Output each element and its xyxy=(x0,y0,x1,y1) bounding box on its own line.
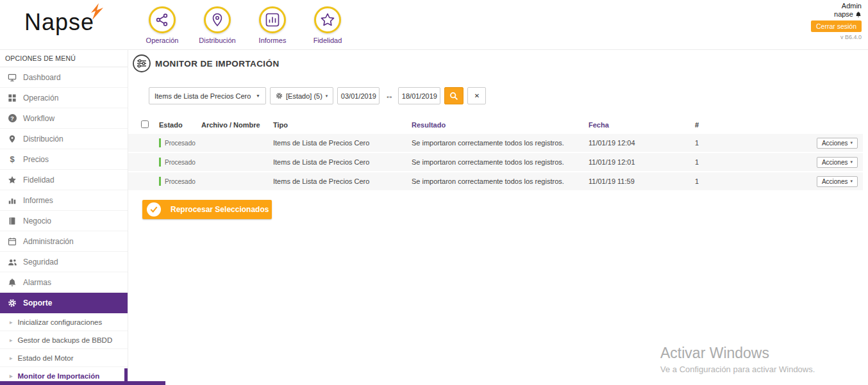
bell-icon xyxy=(7,278,17,287)
sidebar-item-operacion[interactable]: Operación xyxy=(0,88,128,108)
col-num: # xyxy=(695,121,746,129)
acciones-button[interactable]: Acciones ▾ xyxy=(817,176,858,187)
acciones-button[interactable]: Acciones ▾ xyxy=(817,138,858,149)
top-header: Napse Operación xyxy=(0,0,868,50)
cell-fecha: 11/01/19 11:59 xyxy=(588,177,695,185)
sidebar-item-informes[interactable]: Informes xyxy=(0,190,128,211)
check-icon xyxy=(150,206,158,213)
col-archivo: Archivo / Nombre xyxy=(201,121,273,129)
user-account-name: napse xyxy=(834,10,853,18)
cell-num: 1 xyxy=(695,139,746,147)
nav-label: Distribución xyxy=(199,37,235,44)
sidebar-subitem-label: Estado del Motor xyxy=(18,354,74,362)
date-range-arrow-icon: ↔ xyxy=(383,91,394,101)
estado-filter-button[interactable]: [Estado] (5) ▾ xyxy=(270,87,333,104)
question-circle-icon: ? xyxy=(7,114,17,122)
watermark-subtitle: Ve a Configuración para activar Windows. xyxy=(660,365,815,374)
col-resultado: Resultado xyxy=(412,121,588,129)
sidebar-item-administracion[interactable]: Administración xyxy=(0,231,128,252)
sidebar-item-precios[interactable]: $ Precios xyxy=(0,149,128,170)
chevron-right-icon: ▸ xyxy=(10,319,13,325)
calendar-icon xyxy=(7,237,17,246)
nav-circle xyxy=(259,6,286,33)
table-row: Procesado Items de Lista de Precios Cero… xyxy=(128,134,863,152)
user-role: Admin xyxy=(842,2,862,10)
cell-tipo: Items de Lista de Precios Cero xyxy=(273,158,412,166)
import-type-select[interactable]: Items de Lista de Precios Cero ▼ xyxy=(149,87,266,104)
close-icon: ✕ xyxy=(474,92,480,99)
sliders-icon xyxy=(132,54,151,73)
bar-chart-icon xyxy=(7,196,17,205)
date-from-value: 03/01/2019 xyxy=(341,92,376,100)
cell-resultado: Se importaron correctamente todos los re… xyxy=(412,139,588,147)
logout-button[interactable]: Cerrar sesión xyxy=(811,20,862,32)
search-icon xyxy=(449,92,458,101)
date-to-input[interactable]: 18/01/2019 xyxy=(398,87,440,104)
imports-table: Estado Archivo / Nombre Tipo Resultado F… xyxy=(128,116,863,190)
logo-spark-icon xyxy=(89,3,104,21)
grid-icon xyxy=(7,94,17,102)
sidebar-subitem-estado-motor[interactable]: ▸ Estado del Motor xyxy=(0,349,128,367)
watermark-title: Activar Windows xyxy=(660,345,815,362)
windows-activation-watermark: Activar Windows Ve a Configuración para … xyxy=(660,345,815,374)
sidebar-item-fidelidad[interactable]: Fidelidad xyxy=(0,170,128,190)
book-icon xyxy=(7,217,17,225)
table-header-row: Estado Archivo / Nombre Tipo Resultado F… xyxy=(128,116,863,134)
chevron-right-icon: ▸ xyxy=(10,355,13,361)
gear-icon xyxy=(276,92,283,99)
nav-informes[interactable]: Informes xyxy=(245,6,300,44)
dollar-icon: $ xyxy=(7,155,17,163)
cell-fecha: 11/01/19 12:04 xyxy=(588,139,695,147)
date-from-input[interactable]: 03/01/2019 xyxy=(337,87,380,104)
bar-chart-icon xyxy=(265,13,280,27)
sidebar-item-workflow[interactable]: ? Workflow xyxy=(0,108,128,129)
cell-resultado: Se importaron correctamente todos los re… xyxy=(412,177,588,185)
nav-circle xyxy=(149,6,176,33)
nav-circle xyxy=(314,6,341,33)
nav-label: Fidelidad xyxy=(313,37,342,44)
select-all-checkbox[interactable] xyxy=(141,120,149,128)
table-row: Procesado Items de Lista de Precios Cero… xyxy=(128,172,863,190)
desktop-icon xyxy=(7,73,17,82)
clear-filters-button[interactable]: ✕ xyxy=(467,87,486,104)
napse-logo[interactable]: Napse xyxy=(24,9,94,36)
bell-icon xyxy=(855,11,862,18)
sidebar-item-soporte[interactable]: Soporte xyxy=(0,293,128,313)
col-fecha: Fecha xyxy=(588,121,695,129)
cell-num: 1 xyxy=(695,177,746,185)
reprocesar-seleccionados-button[interactable]: Reprocesar Seleccionados xyxy=(142,200,272,219)
sidebar-item-label: Workflow xyxy=(23,114,54,123)
sidebar-item-label: Alarmas xyxy=(23,278,51,287)
sidebar-item-seguridad[interactable]: Seguridad xyxy=(0,252,128,272)
acciones-button[interactable]: Acciones ▾ xyxy=(817,157,858,168)
date-to-value: 18/01/2019 xyxy=(402,92,437,100)
nav-fidelidad[interactable]: Fidelidad xyxy=(300,6,355,44)
chevron-down-icon: ▼ xyxy=(256,94,260,98)
users-icon xyxy=(7,258,17,266)
sidebar-item-dashboard[interactable]: Dashboard xyxy=(0,67,128,88)
sidebar-subitem-gestor-backups[interactable]: ▸ Gestor de backups de BBDD xyxy=(0,331,128,349)
sidebar-item-distribucion[interactable]: Distribución xyxy=(0,129,128,149)
page-title: MONITOR DE IMPORTACIÓN xyxy=(155,59,280,69)
chevron-down-icon: ▾ xyxy=(850,160,853,165)
nav-label: Operación xyxy=(146,37,179,44)
status-bar xyxy=(159,177,161,186)
sidebar-subitem-inicializar-configuraciones[interactable]: ▸ Inicializar configuraciones xyxy=(0,313,128,331)
sidebar-subitem-label: Gestor de backups de BBDD xyxy=(18,336,113,344)
search-button[interactable] xyxy=(444,87,463,104)
cell-tipo: Items de Lista de Precios Cero xyxy=(273,139,412,147)
status-text: Procesado xyxy=(165,140,196,147)
nav-operacion[interactable]: Operación xyxy=(135,6,190,44)
sidebar-item-label: Distribución xyxy=(23,135,63,143)
chevron-down-icon: ▾ xyxy=(326,94,328,99)
nav-distribucion[interactable]: Distribución xyxy=(190,6,245,44)
user-account-menu[interactable]: napse xyxy=(834,10,862,18)
sidebar-item-negocio[interactable]: Negocio xyxy=(0,211,128,231)
sidebar-item-label: Dashboard xyxy=(23,73,61,82)
import-type-value: Items de Lista de Precios Cero xyxy=(154,92,251,100)
reprocess-label: Reprocesar Seleccionados xyxy=(171,205,269,214)
network-icon xyxy=(155,13,169,27)
sidebar-item-alarmas[interactable]: Alarmas xyxy=(0,272,128,293)
cell-tipo: Items de Lista de Precios Cero xyxy=(273,177,412,185)
sidebar-bottom-strip xyxy=(0,381,165,385)
